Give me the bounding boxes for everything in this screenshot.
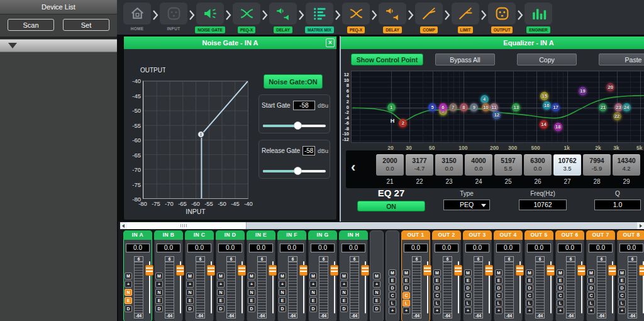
toolbar-node-enginer[interactable]: ENGINER xyxy=(525,3,552,33)
channel-gain-value[interactable]: 0.0 xyxy=(465,244,489,252)
band-cell-22[interactable]: 3177-4.7 xyxy=(406,154,433,176)
channel-button-d[interactable]: D xyxy=(217,305,225,312)
release-gate-slider[interactable] xyxy=(263,167,326,176)
channel-button-plus[interactable]: + xyxy=(433,307,441,314)
channel-button-plus[interactable]: + xyxy=(248,281,255,288)
band-cell-26[interactable]: 63000.0 xyxy=(524,154,552,176)
channel-button-plus[interactable]: + xyxy=(309,281,317,288)
channel-button-d[interactable]: D xyxy=(433,284,441,291)
channel-button-m[interactable]: M xyxy=(389,269,396,276)
close-icon[interactable]: × xyxy=(326,38,335,47)
channel-button-e[interactable]: E xyxy=(155,297,163,304)
channel-gain-value[interactable]: 0.0 xyxy=(527,244,551,252)
channel-button-e[interactable]: E xyxy=(464,277,472,284)
channel-button-e[interactable]: E xyxy=(340,297,348,304)
toolbar-node-input[interactable]: INPUT xyxy=(160,3,187,31)
channel-header[interactable]: OUT 1 xyxy=(401,230,430,240)
channel-button-plus[interactable]: + xyxy=(373,281,380,288)
channel-strip-out-1[interactable]: OUT 10.0MEDCL+6-64 xyxy=(401,230,430,321)
channel-strip-in-h[interactable]: IN H0.0M+NED6-64 xyxy=(339,230,368,321)
channel-strip-out-4[interactable]: OUT 40.0MEDCL+6-64 xyxy=(494,230,523,321)
channel-button-l[interactable]: L xyxy=(526,300,533,307)
channel-button-e[interactable]: E xyxy=(125,297,132,304)
eq-control-point-24[interactable]: 24 xyxy=(623,103,631,112)
channel-header[interactable]: IN C xyxy=(185,230,214,240)
master-strip-1[interactable]: M+NED xyxy=(370,230,384,321)
channel-strip-in-f[interactable]: IN F0.0M+NED6-64 xyxy=(277,230,306,321)
eq-control-point-8[interactable]: 8 xyxy=(460,103,468,112)
channel-button-d[interactable]: D xyxy=(186,305,194,312)
channel-button-c[interactable]: C xyxy=(495,292,502,299)
channel-button-m[interactable]: M xyxy=(217,273,225,279)
fader-handle[interactable] xyxy=(176,265,184,276)
scroll-right-icon[interactable] xyxy=(637,222,644,229)
channel-gain-value[interactable]: 0.0 xyxy=(187,244,211,252)
toolbar-node-output[interactable]: OUTPUT xyxy=(488,3,516,33)
channel-button-d[interactable]: D xyxy=(373,305,380,312)
channel-header[interactable]: IN F xyxy=(277,230,306,240)
channel-button-plus[interactable]: + xyxy=(186,281,194,288)
channel-button-d[interactable]: D xyxy=(389,284,396,291)
fader-handle[interactable] xyxy=(299,265,308,276)
fader-handle[interactable] xyxy=(577,265,586,276)
eq-control-point-9[interactable]: 9 xyxy=(470,103,478,112)
channel-button-n[interactable]: N xyxy=(217,289,225,296)
eq-control-point-20[interactable]: 20 xyxy=(606,83,614,92)
band-on-button[interactable]: ON xyxy=(357,201,425,211)
eq-control-point-4[interactable]: 4 xyxy=(480,95,489,104)
channel-button-plus[interactable]: + xyxy=(557,307,564,314)
channel-strip-in-c[interactable]: IN C0.0M+NED6-64 xyxy=(185,230,214,321)
channel-gain-value[interactable]: 0.0 xyxy=(126,244,150,252)
band-cell-27[interactable]: 107623.5 xyxy=(553,154,581,176)
channel-gain-value[interactable]: 0.0 xyxy=(218,244,242,252)
channel-button-m[interactable]: M xyxy=(433,269,441,276)
freq-input[interactable]: 10762 xyxy=(519,200,567,210)
channel-button-c[interactable]: C xyxy=(587,292,595,299)
scrollbar-thumb[interactable] xyxy=(127,222,247,229)
channel-button-e[interactable]: E xyxy=(248,297,255,304)
channel-button-m[interactable]: M xyxy=(186,273,194,279)
channel-button-n[interactable]: N xyxy=(340,289,348,296)
channel-button-d[interactable]: D xyxy=(155,305,163,312)
channel-button-e[interactable]: E xyxy=(279,297,286,304)
channel-button-n[interactable]: N xyxy=(186,289,194,296)
start-gate-value[interactable]: -58 xyxy=(293,101,316,110)
type-dropdown[interactable]: PEQ xyxy=(443,200,490,210)
channel-gain-value[interactable]: 0.0 xyxy=(589,244,613,252)
channel-button-d[interactable]: D xyxy=(526,284,533,291)
channel-button-plus[interactable]: + xyxy=(217,281,225,288)
channel-button-c[interactable]: C xyxy=(618,292,626,299)
scroll-left-icon[interactable] xyxy=(120,222,127,229)
channel-gain-value[interactable]: 0.0 xyxy=(157,244,180,252)
channel-button-e[interactable]: E xyxy=(618,277,626,284)
channel-button-d[interactable]: D xyxy=(557,284,564,291)
channel-button-n[interactable]: N xyxy=(373,289,380,296)
channel-button-m[interactable]: M xyxy=(495,269,502,276)
eq-control-point-16[interactable]: 16 xyxy=(543,101,551,110)
channel-button-e[interactable]: E xyxy=(402,277,410,284)
channel-button-l[interactable]: L xyxy=(433,300,441,307)
channel-button-m[interactable]: M xyxy=(402,269,410,276)
channel-button-m[interactable]: M xyxy=(526,269,533,276)
channel-header[interactable]: IN E xyxy=(247,230,275,240)
channel-button-n[interactable]: N xyxy=(309,289,317,296)
eq-control-point-6[interactable]: 6 xyxy=(439,103,447,112)
channel-strip-in-g[interactable]: IN G0.0M+NED6-64 xyxy=(308,230,337,321)
eq-control-point-17[interactable]: 17 xyxy=(552,103,560,112)
band-cell-23[interactable]: 31500.0 xyxy=(435,154,463,176)
paste-button[interactable]: Paste xyxy=(599,54,644,65)
channel-header[interactable]: IN G xyxy=(308,230,337,240)
eq-control-point-13[interactable]: 13 xyxy=(512,103,520,112)
channel-header[interactable]: OUT 6 xyxy=(555,230,584,240)
toolbar-node-delay[interactable]: DELAY xyxy=(269,3,297,33)
channel-button-plus[interactable]: + xyxy=(464,307,472,314)
channel-header[interactable]: OUT 3 xyxy=(463,230,492,240)
toolbar-node-home[interactable]: HOME xyxy=(123,3,151,31)
channel-button-d[interactable]: D xyxy=(587,284,595,291)
channel-button-m[interactable]: M xyxy=(373,273,380,279)
channel-button-plus[interactable]: + xyxy=(526,307,533,314)
channel-button-d[interactable]: D xyxy=(125,305,132,312)
channel-button-e[interactable]: E xyxy=(389,277,396,284)
channel-button-e[interactable]: E xyxy=(309,297,317,304)
channel-button-d[interactable]: D xyxy=(495,284,502,291)
